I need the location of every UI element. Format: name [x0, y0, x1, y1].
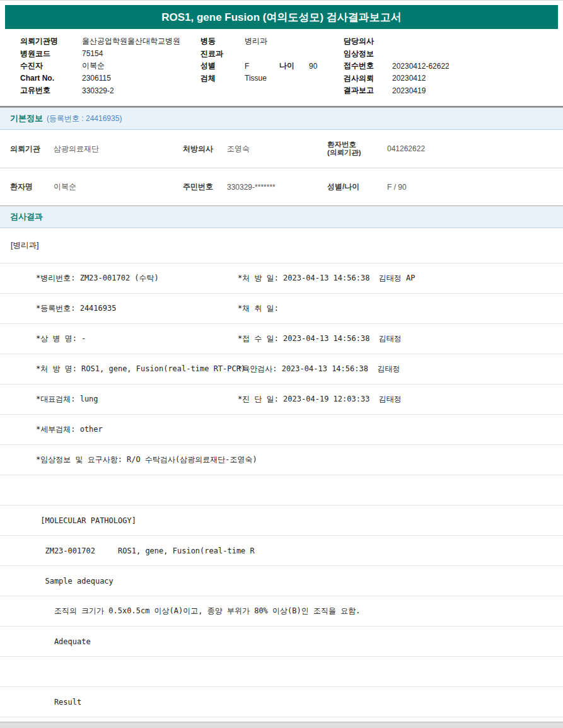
result-row: 조직의 크기가 0.5x0.5cm 이상(A)이고, 종양 부위가 80% 이상…: [0, 596, 563, 627]
result-row: *상 병 명: -*접 수 일: 2023-04-13 14:56:38 김태정: [0, 324, 563, 354]
result-row: Sample adequacy: [0, 566, 563, 596]
field-label: 병원코드: [20, 49, 82, 59]
result-row: *대표검체: lung*진 단 일: 2023-04-19 12:03:33 김…: [0, 384, 563, 415]
header-field-row: 결과보고20230419: [344, 84, 563, 97]
result-right-text: *접 수 일: 2023-04-13 14:56:38 김태정: [238, 333, 402, 344]
field-label-line2: (의뢰기관): [327, 149, 387, 157]
result-text: 조직의 크기가 0.5x0.5cm 이상(A)이고, 종양 부위가 80% 이상…: [36, 606, 360, 616]
field-label: 검사의뢰: [344, 73, 392, 84]
field-value: 이복순: [82, 61, 105, 71]
field-label: 병동: [200, 36, 245, 47]
header-field-row: 의뢰기관명울산공업학원울산대학교병원: [20, 35, 200, 48]
report-page: ROS1, gene Fusion (여의도성모) 검사결과보고서 의뢰기관명울…: [0, 0, 563, 728]
field-value: 041262622: [387, 144, 425, 153]
header-info: 의뢰기관명울산공업학원울산대학교병원 병원코드75154 수진자이복순 Char…: [0, 29, 563, 107]
result-row: *처 방 명: ROS1, gene, Fusion(real-time RT-…: [0, 354, 563, 384]
field-value: 75154: [82, 49, 103, 58]
info-field-sex-age: 성별/나이 F / 90: [327, 182, 563, 192]
result-row: Adequate: [0, 627, 563, 657]
header-field-row: 성별F나이90: [200, 60, 344, 72]
result-right-text: *육안검사: 2023-04-13 14:56:38 김태정: [238, 364, 400, 374]
field-label: 고유번호: [20, 85, 82, 96]
field-label: 진료과: [200, 49, 245, 59]
section-header-basic-info: 기본정보 (등록번호 : 24416935): [0, 107, 563, 130]
header-column-middle: 병동병리과 진료과 성별F나이90 검체Tissue: [200, 35, 344, 106]
header-column-left: 의뢰기관명울산공업학원울산대학교병원 병원코드75154 수진자이복순 Char…: [20, 35, 200, 106]
section-title: 기본정보: [10, 113, 43, 124]
info-field-patient-name: 환자명 이복순: [10, 182, 183, 192]
result-rows: *병리번호: ZM23-001702 (수탁)*처 방 일: 2023-04-1…: [0, 263, 563, 717]
field-value: F / 90: [387, 183, 407, 192]
result-text: ZM23-001702 ROS1, gene, Fusion(real-time…: [36, 546, 255, 555]
result-right-text: *채 취 일:: [238, 303, 279, 314]
basic-info-row: 의뢰기관 삼광의료재단 처방의사 조영숙 환자번호 (의뢰기관) 0412626…: [0, 130, 563, 168]
field-value: 울산공업학원울산대학교병원: [82, 36, 180, 47]
header-field-row: 접수번호20230412-62622: [344, 60, 563, 72]
header-field-row: 고유번호330329-2: [20, 84, 200, 97]
result-row: *임상정보 및 요구사항: R/O 수탁검사(삼광의료재단-조영숙): [0, 445, 563, 475]
header-field-row: Chart No.2306115: [20, 72, 200, 85]
field-value: 이복순: [54, 182, 76, 192]
result-left-text: *병리번호: ZM23-001702 (수탁): [36, 273, 159, 284]
result-right-text: *처 방 일: 2023-04-13 14:56:38 김태정 AP: [238, 273, 415, 284]
result-left-text: *처 방 명: ROS1, gene, Fusion(real-time RT-…: [36, 364, 245, 374]
field-value: 2306115: [82, 74, 111, 83]
info-field-referring-org: 의뢰기관 삼광의료재단: [10, 144, 183, 154]
header-field-row: 검사의뢰20230412: [344, 72, 563, 85]
result-text: Result: [36, 698, 81, 707]
info-field-patient-number: 환자번호 (의뢰기관) 041262622: [327, 141, 563, 157]
header-field-row: 담당의사: [344, 35, 563, 48]
field-label: 처방의사: [183, 144, 227, 154]
result-row: Result: [0, 687, 563, 717]
section-subtitle: (등록번호 : 24416935): [47, 113, 122, 124]
field-label: 의뢰기관명: [20, 36, 82, 47]
header-field-row: 임상정보: [344, 48, 563, 61]
field-label-line1: 환자번호: [327, 141, 387, 149]
header-field-row: 수진자이복순: [20, 60, 200, 72]
field-label: Chart No.: [20, 74, 82, 83]
result-row: [0, 475, 563, 506]
basic-info-row: 환자명 이복순 주민번호 330329-******* 성별/나이 F / 90: [0, 168, 563, 205]
field-label: 접수번호: [344, 61, 392, 71]
field-label: 환자번호 (의뢰기관): [327, 141, 387, 157]
result-text: Adequate: [36, 637, 91, 646]
section-header-results: 검사결과: [0, 205, 563, 228]
result-left-text: *대표검체: lung: [36, 394, 98, 405]
field-value: 330329-2: [82, 86, 114, 95]
header-field-row: 진료과: [200, 48, 344, 61]
department-label: [병리과]: [0, 228, 563, 263]
result-row: *세부검체: other: [0, 415, 563, 445]
field-value: 20230412-62622: [392, 62, 450, 71]
field-label: 의뢰기관: [10, 144, 54, 154]
result-left-text: *임상정보 및 요구사항: R/O 수탁검사(삼광의료재단-조영숙): [36, 454, 257, 465]
field-label: 결과보고: [344, 85, 392, 96]
result-right-text: *진 단 일: 2023-04-19 12:03:33 김태정: [238, 394, 402, 405]
field-label: 환자명: [10, 182, 54, 192]
field-value: Tissue: [245, 74, 279, 83]
field-label: 임상정보: [344, 49, 392, 59]
report-title-bar: ROS1, gene Fusion (여의도성모) 검사결과보고서: [5, 5, 558, 29]
field-value: 20230419: [392, 86, 426, 95]
section-title: 검사결과: [10, 211, 43, 222]
field-label: 검체: [200, 73, 245, 84]
header-field-row: 병원코드75154: [20, 48, 200, 61]
result-row: *병리번호: ZM23-001702 (수탁)*처 방 일: 2023-04-1…: [0, 263, 563, 294]
field-value: 삼광의료재단: [54, 144, 99, 154]
field-label: 나이: [279, 61, 309, 71]
result-left-text: *상 병 명: -: [36, 333, 86, 344]
field-value: 90: [309, 62, 317, 71]
field-value: 20230412: [392, 74, 426, 83]
field-value: 330329-*******: [227, 183, 276, 192]
result-text: [MOLECULAR PATHOLOGY]: [36, 516, 136, 525]
result-row: [0, 657, 563, 687]
basic-info-table: 의뢰기관 삼광의료재단 처방의사 조영숙 환자번호 (의뢰기관) 0412626…: [0, 130, 563, 205]
result-row: *등록번호: 24416935*채 취 일:: [0, 294, 563, 324]
field-value: 병리과: [245, 36, 279, 47]
page-title: ROS1, gene Fusion (여의도성모) 검사결과보고서: [161, 10, 402, 25]
result-left-text: *등록번호: 24416935: [36, 303, 116, 314]
field-label: 성별/나이: [327, 182, 387, 192]
field-label: 성별: [200, 61, 245, 71]
info-field-ordering-doctor: 처방의사 조영숙: [183, 144, 327, 154]
result-row: [MOLECULAR PATHOLOGY]: [0, 506, 563, 536]
result-row: ZM23-001702 ROS1, gene, Fusion(real-time…: [0, 536, 563, 566]
